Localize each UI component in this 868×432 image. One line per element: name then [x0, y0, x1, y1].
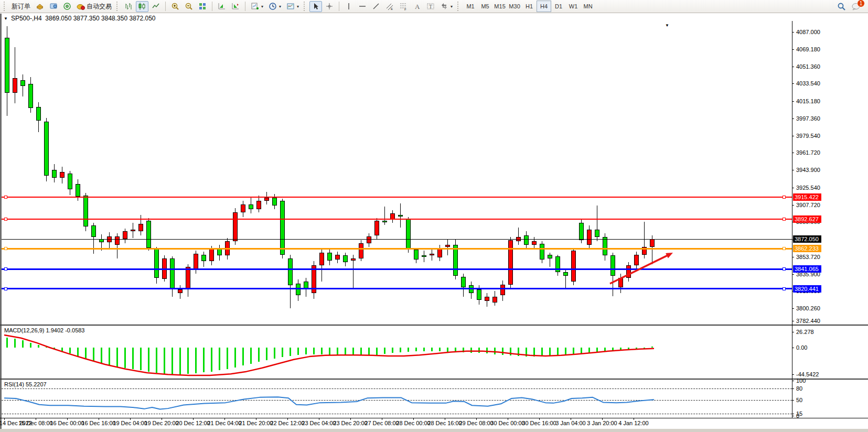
- candle: [154, 249, 159, 278]
- macd-histogram-bar: [187, 348, 189, 374]
- new-order-icon[interactable]: [34, 1, 46, 12]
- vertical-line-icon[interactable]: [342, 1, 355, 12]
- candle-wick: [15, 47, 15, 103]
- candle: [548, 255, 552, 258]
- shapes-icon[interactable]: ▾: [438, 1, 455, 12]
- timeframe-m30-button[interactable]: M30: [507, 1, 522, 12]
- toolbar-drag-handle[interactable]: [4, 2, 7, 11]
- candle: [233, 212, 238, 241]
- chevron-down-icon: ▾: [451, 4, 453, 9]
- level-line[interactable]: [2, 288, 792, 289]
- bar-chart-icon[interactable]: [122, 1, 135, 12]
- template-icon[interactable]: ▾: [284, 1, 301, 12]
- zoom-out-icon[interactable]: [183, 1, 195, 12]
- line-handle[interactable]: [4, 267, 7, 271]
- line-handle[interactable]: [4, 218, 7, 221]
- zoom-in-icon[interactable]: [169, 1, 181, 12]
- channel-icon[interactable]: E: [383, 1, 396, 12]
- chart-window[interactable]: ▼ SP500-,H4 3869.050 3877.350 3848.350 3…: [0, 14, 868, 432]
- macd-histogram-bar: [234, 348, 236, 368]
- candle: [201, 255, 206, 262]
- time-axis-label: 16 Dec 16:00: [81, 420, 115, 426]
- line-handle[interactable]: [783, 218, 786, 221]
- line-handle[interactable]: [783, 267, 786, 271]
- new-order-label: 新订单: [12, 2, 30, 11]
- crosshair-icon[interactable]: [323, 1, 336, 12]
- macd-histogram-bar: [242, 348, 244, 365]
- macd-histogram-bar: [408, 348, 409, 352]
- horizontal-line-icon[interactable]: [356, 1, 369, 12]
- bottom-strip: [0, 429, 868, 432]
- candle: [13, 78, 17, 93]
- text-icon[interactable]: A: [411, 1, 423, 12]
- toolbar-drag-handle[interactable]: [457, 2, 460, 11]
- time-axis-label: 21 Dec 20:00: [239, 420, 273, 426]
- chat-icon[interactable]: 1: [849, 1, 863, 12]
- candle: [571, 251, 576, 282]
- timeframe-d1-button[interactable]: D1: [551, 1, 566, 12]
- macd-histogram-bar: [400, 348, 401, 352]
- line-chart-icon[interactable]: [149, 1, 162, 12]
- candle: [241, 204, 245, 212]
- macd-histogram-bar: [588, 348, 590, 353]
- price-axis-label: 3782.440: [796, 318, 820, 324]
- timeframe-m1-button[interactable]: M1: [463, 1, 478, 12]
- macd-histogram-bar: [636, 348, 637, 349]
- timeframe-h1-button[interactable]: H1: [522, 1, 537, 12]
- metaeditor-icon[interactable]: [47, 1, 60, 12]
- macd-histogram-bar: [297, 348, 299, 355]
- line-handle[interactable]: [4, 287, 7, 290]
- candle: [359, 243, 363, 258]
- candlestick-chart-icon[interactable]: [136, 1, 148, 12]
- level-line[interactable]: [2, 248, 792, 250]
- rsi-level-line: [2, 414, 792, 414]
- fibonacci-icon[interactable]: F: [397, 1, 410, 12]
- candle: [414, 250, 419, 259]
- candle: [186, 267, 190, 289]
- candle: [406, 219, 411, 250]
- broadcast-icon[interactable]: [61, 1, 73, 12]
- trendline-icon[interactable]: [370, 1, 382, 12]
- line-handle[interactable]: [783, 287, 786, 290]
- macd-histogram-bar: [431, 348, 433, 351]
- line-handle[interactable]: [4, 196, 7, 199]
- timeframe-m5-button[interactable]: M5: [478, 1, 492, 12]
- line-handle[interactable]: [783, 247, 786, 250]
- chart-profile-next-icon[interactable]: [229, 1, 242, 12]
- candle: [36, 107, 41, 121]
- line-handle[interactable]: [783, 196, 786, 199]
- new-order-button[interactable]: 新订单: [9, 1, 33, 12]
- tile-windows-icon[interactable]: [196, 1, 209, 12]
- macd-label: MACD(12,26,9) 1.9402 -0.0583: [4, 327, 84, 333]
- price-axis-label: 3961.720: [796, 149, 820, 156]
- level-line[interactable]: [2, 219, 792, 220]
- text-label-icon[interactable]: T: [424, 1, 437, 12]
- clock-icon[interactable]: ▾: [266, 1, 283, 12]
- search-icon[interactable]: [835, 1, 848, 12]
- level-line[interactable]: [2, 268, 792, 270]
- line-handle[interactable]: [4, 247, 7, 250]
- timeframe-h4-button[interactable]: H4: [537, 1, 551, 12]
- new-chart-icon[interactable]: ▾: [249, 1, 265, 12]
- cursor-icon[interactable]: [309, 1, 322, 12]
- timeframe-m15-button[interactable]: M15: [492, 1, 507, 12]
- macd-histogram-bar: [282, 348, 283, 357]
- toolbar-drag-handle[interactable]: [116, 2, 120, 11]
- collapse-arrow-icon[interactable]: ▼: [4, 16, 8, 21]
- macd-histogram-bar: [368, 348, 370, 355]
- macd-histogram-bar: [53, 348, 55, 349]
- price-level-badge: 3892.627: [793, 215, 821, 223]
- level-line[interactable]: [2, 197, 792, 198]
- macd-histogram-bar: [124, 348, 126, 368]
- panel-separator[interactable]: [0, 325, 868, 326]
- autotrade-button[interactable]: 自动交易: [74, 1, 114, 12]
- panel-separator[interactable]: [0, 379, 868, 380]
- price-axis-tick: [792, 257, 794, 257]
- timeframe-w1-button[interactable]: W1: [566, 1, 581, 12]
- price-axis-label: 3979.540: [796, 133, 820, 139]
- candle: [170, 258, 175, 289]
- timeframe-mn-button[interactable]: MN: [581, 1, 595, 12]
- macd-histogram-bar: [321, 348, 323, 354]
- toolbar-drag-handle[interactable]: [304, 2, 307, 11]
- chart-profile-icon[interactable]: [216, 1, 228, 12]
